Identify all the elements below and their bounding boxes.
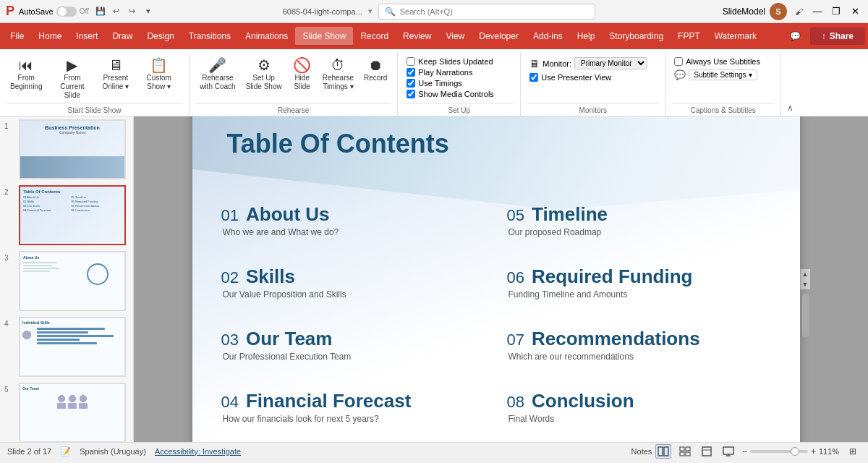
menu-design[interactable]: Design [140,27,181,46]
redo-button[interactable]: ↪ [125,4,140,19]
use-timings-checkbox[interactable]: Use Timings [404,78,465,88]
menu-record[interactable]: Record [353,27,396,46]
fit-slide-button[interactable]: ⊞ [845,444,861,459]
menu-transitions[interactable]: Transitions [182,27,238,46]
toc-entry-04: 04 Financial Forecast How our financials… [221,379,485,436]
menu-help[interactable]: Help [570,27,603,46]
subtitle-settings-label: Subtitle Settings [694,71,746,79]
present-online-button[interactable]: 🖥 PresentOnline ▾ [98,55,133,94]
always-subtitles-input[interactable] [674,57,683,66]
toc-num-04: 04 [221,393,239,412]
use-timings-input[interactable] [407,79,415,88]
toc-num-02: 02 [221,268,239,287]
more-button[interactable]: ▾ [141,4,156,19]
user-avatar[interactable]: S [770,3,787,20]
menu-storyboarding[interactable]: Storyboarding [602,27,671,46]
autosave-toggle[interactable]: AutoSave Off [19,7,89,17]
notes-icon: 📝 [60,446,71,456]
reading-view-button[interactable] [699,444,715,459]
menu-review[interactable]: Review [396,27,438,46]
keep-slides-checkbox[interactable]: Keep Slides Updated [404,56,495,67]
toc-num-07: 07 [507,331,524,349]
share-button[interactable]: ↑ Share [810,27,865,45]
menu-home[interactable]: Home [31,27,69,46]
scroll-thumb[interactable] [802,294,809,337]
rehearse-coach-button[interactable]: 🎤 Rehearsewith Coach [195,55,239,94]
zoom-slider[interactable] [750,450,808,453]
play-narrations-checkbox[interactable]: Play Narrations [404,67,475,77]
presenter-view-button[interactable] [720,444,736,459]
menu-fppt[interactable]: FPPT [671,27,707,46]
comments-button[interactable]: 💬 [786,26,806,46]
rehearse-timings-icon: ⏱ [331,58,345,72]
use-presenter-checkbox[interactable]: Use Presenter View [527,72,614,82]
from-beginning-button[interactable]: ⏮ FromBeginning [6,55,46,94]
save-button[interactable]: 💾 [93,4,108,19]
accessibility-label[interactable]: Accessibility: Investigate [155,447,241,456]
menu-view[interactable]: View [438,27,472,46]
menu-slideshow[interactable]: Slide Show [295,27,353,46]
brush-button[interactable]: 🖌 [791,4,806,19]
toc-desc-06: Funding Timeline and Amounts [507,289,771,300]
search-box[interactable]: 🔍 [378,4,595,20]
notes-label: Notes [631,447,652,456]
rehearse-timings-button[interactable]: ⏱ RehearseTimings ▾ [318,55,358,94]
normal-view-button[interactable] [655,444,671,459]
show-media-input[interactable] [407,90,415,98]
subtitle-settings-button[interactable]: Subtitle Settings ▾ [689,69,757,80]
record-button[interactable]: ⏺ Record [359,55,391,85]
notes-button[interactable]: Notes [634,444,650,459]
custom-show-button[interactable]: 📋 Custom Show ▾ [135,55,183,94]
reading-view-icon [701,446,712,456]
menu-insert[interactable]: Insert [69,27,105,46]
from-current-button[interactable]: ▶ FromCurrent Slide [48,55,96,103]
autosave-switch[interactable] [56,7,77,17]
search-input[interactable] [400,7,589,16]
menu-watermark[interactable]: Watermark [707,27,764,46]
autosave-label: AutoSave [19,7,54,16]
close-button[interactable]: ✕ [848,4,862,19]
vertical-scrollbar[interactable]: ▲ ▼ [800,269,810,289]
monitor-row: 🖥 Monitor: Primary Monitor [527,56,650,70]
play-narrations-input[interactable] [407,68,415,77]
monitors-content: 🖥 Monitor: Primary Monitor Use Presenter… [527,54,650,103]
ribbon-collapse[interactable]: ∧ [781,52,799,116]
undo-button[interactable]: ↩ [109,4,124,19]
restore-button[interactable]: ❐ [829,4,843,19]
menu-draw[interactable]: Draw [105,27,140,46]
autosave-state: Off [80,7,89,15]
scroll-up-arrow[interactable]: ▲ [800,269,810,279]
toc-num-01: 01 [221,206,239,225]
collapse-icon[interactable]: ∧ [784,103,796,116]
slide-thumb-4[interactable]: 4 Individual Skills [0,314,133,380]
zoom-thumb[interactable] [791,447,799,456]
hide-slide-button[interactable]: 🚫 HideSlide [288,55,317,94]
scroll-down-arrow[interactable]: ▼ [800,279,810,289]
status-right: Notes [634,444,861,459]
toc-name-07: Recommendations [532,328,700,350]
toc-entry-01: 01 About Us Who we are and What we do? [221,192,485,248]
keep-slides-input[interactable] [407,57,415,66]
show-media-checkbox[interactable]: Show Media Controls [404,89,497,99]
minimize-button[interactable]: — [810,4,825,19]
menu-animations[interactable]: Animations [238,27,295,46]
menu-developer[interactable]: Developer [472,27,526,46]
slide-thumb-1[interactable]: 1 Business Presentation Company Name [0,116,133,182]
slide-sorter-button[interactable] [677,444,693,459]
menu-addins[interactable]: Add-ins [526,27,570,46]
zoom-in-icon[interactable]: + [811,446,816,456]
menu-file[interactable]: File [3,27,31,46]
monitors-title: Monitors [527,103,659,116]
use-presenter-input[interactable] [529,73,538,82]
share-icon: ↑ [822,31,826,41]
setup-slideshow-button[interactable]: ⚙ Set UpSlide Show [242,55,286,94]
status-left: Slide 2 of 17 📝 Spanish (Uruguay) Access… [7,446,241,456]
always-subtitles-checkbox[interactable]: Always Use Subtitles [671,56,763,67]
captions-title: Captions & Subtitles [671,103,775,116]
slide4-skills: Individual Skills [20,318,124,347]
slide-thumb-3[interactable]: 3 About Us [0,248,133,314]
slide-thumb-2[interactable]: 2 Table Of Contents 01 About Us 02 Skill… [0,182,133,248]
monitor-select[interactable]: Primary Monitor [574,57,647,69]
zoom-out-icon[interactable]: − [742,446,747,456]
slide-thumb-5[interactable]: 5 Our Team [0,380,133,442]
